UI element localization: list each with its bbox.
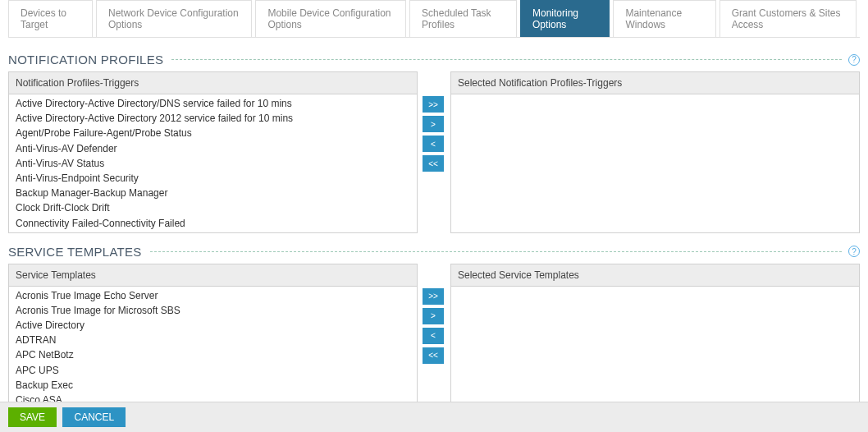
add-all-button[interactable]: >> bbox=[423, 96, 444, 113]
list-item[interactable]: APC UPS bbox=[9, 363, 417, 378]
section-title-service: SERVICE TEMPLATES bbox=[8, 245, 142, 259]
list-item[interactable]: Anti-Virus-Endpoint Security bbox=[9, 171, 417, 186]
list-item[interactable]: Agent/Probe Failure-Agent/Probe Status bbox=[9, 126, 417, 140]
list-item[interactable]: Clock Drift-Clock Drift bbox=[9, 200, 417, 215]
remove-all-button[interactable]: << bbox=[423, 155, 444, 172]
tab-grant-customers-sites-access[interactable]: Grant Customers & Sites Access bbox=[720, 0, 857, 37]
list-item[interactable]: Backup Exec bbox=[9, 378, 417, 393]
remove-button[interactable]: < bbox=[423, 136, 444, 152]
listbox-header: Selected Notification Profiles-Triggers bbox=[451, 72, 859, 94]
tab-network-device-configuration-options[interactable]: Network Device Configuration Options bbox=[96, 0, 252, 37]
notification-profiles-section: NOTIFICATION PROFILES ? Notification Pro… bbox=[8, 53, 860, 233]
list-item[interactable]: Anti-Virus-AV Defender bbox=[9, 141, 417, 156]
tab-bar: Devices to TargetNetwork Device Configur… bbox=[8, 0, 860, 38]
listbox-body[interactable]: Active Directory-Active Directory/DNS se… bbox=[9, 94, 417, 232]
help-icon[interactable]: ? bbox=[848, 54, 860, 66]
section-rule bbox=[171, 59, 842, 60]
section-title-notification: NOTIFICATION PROFILES bbox=[8, 53, 163, 67]
list-item[interactable]: Acronis True Image Echo Server bbox=[9, 288, 417, 303]
cancel-button[interactable]: CANCEL bbox=[62, 407, 126, 427]
remove-button[interactable]: < bbox=[423, 328, 444, 344]
add-all-button[interactable]: >> bbox=[423, 288, 444, 305]
footer-bar: SAVE CANCEL bbox=[0, 402, 868, 432]
listbox-header: Service Templates bbox=[9, 264, 417, 287]
notification-selected-listbox: Selected Notification Profiles-Triggers bbox=[450, 71, 860, 233]
transfer-controls: >> > < << bbox=[423, 71, 445, 233]
list-item[interactable]: Active Directory-Active Directory/DNS se… bbox=[9, 96, 417, 111]
tab-maintenance-windows[interactable]: Maintenance Windows bbox=[613, 0, 715, 37]
notification-available-listbox: Notification Profiles-Triggers Active Di… bbox=[8, 71, 418, 233]
list-item[interactable]: Active Directory-Active Directory 2012 s… bbox=[9, 111, 417, 126]
list-item[interactable]: Connectivity Failed-Connectivity Failed bbox=[9, 216, 417, 231]
tab-monitoring-options[interactable]: Monitoring Options bbox=[520, 0, 610, 37]
add-button[interactable]: > bbox=[423, 308, 444, 324]
listbox-body[interactable] bbox=[451, 94, 859, 232]
list-item[interactable]: APC NetBotz bbox=[9, 347, 417, 362]
save-button[interactable]: SAVE bbox=[8, 407, 57, 427]
list-item[interactable]: Active Directory bbox=[9, 318, 417, 333]
tab-mobile-device-configuration-options[interactable]: Mobile Device Configuration Options bbox=[255, 0, 406, 37]
add-button[interactable]: > bbox=[423, 116, 444, 132]
tab-devices-to-target[interactable]: Devices to Target bbox=[8, 0, 93, 37]
listbox-header: Selected Service Templates bbox=[451, 264, 859, 287]
help-icon[interactable]: ? bbox=[848, 246, 860, 257]
list-item[interactable]: Backup Manager-Backup Manager bbox=[9, 186, 417, 200]
listbox-header: Notification Profiles-Triggers bbox=[9, 72, 417, 94]
tab-scheduled-task-profiles[interactable]: Scheduled Task Profiles bbox=[409, 0, 517, 37]
list-item[interactable]: Anti-Virus-AV Status bbox=[9, 156, 417, 171]
list-item[interactable]: Acronis True Image for Microsoft SBS bbox=[9, 303, 417, 318]
remove-all-button[interactable]: << bbox=[423, 347, 444, 364]
section-rule bbox=[150, 251, 842, 252]
list-item[interactable]: ADTRAN bbox=[9, 333, 417, 347]
